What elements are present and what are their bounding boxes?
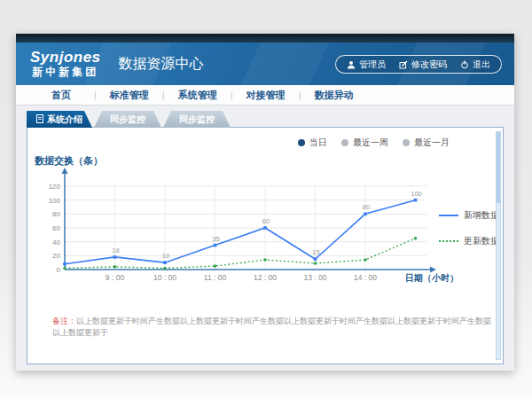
chart-panel: 当日 最近一周 最近一月 数据交换（条） 0204060801001209 : … xyxy=(27,127,504,364)
svg-text:80: 80 xyxy=(52,210,60,218)
svg-text:80: 80 xyxy=(363,203,370,211)
svg-text:14 : 00: 14 : 00 xyxy=(354,273,377,282)
svg-text:100: 100 xyxy=(411,190,422,198)
svg-text:13 : 00: 13 : 00 xyxy=(304,273,327,282)
radio-icon xyxy=(298,139,305,146)
svg-text:60: 60 xyxy=(262,217,270,225)
tab-sync-monitor-1[interactable]: 同步监控 xyxy=(94,111,161,128)
radio-icon xyxy=(341,139,348,146)
svg-text:18: 18 xyxy=(112,246,119,254)
line-chart: 0204060801001209 : 0010 : 0011 : 0012 : … xyxy=(35,165,460,298)
footnote-prefix: 备注： xyxy=(52,317,76,325)
window-top-strip xyxy=(16,34,514,43)
svg-text:10: 10 xyxy=(162,252,169,260)
scrollbar-thumb[interactable] xyxy=(497,132,500,203)
nav-item-data-changes[interactable]: 数据异动 xyxy=(301,89,366,102)
change-password-button[interactable]: 修改密码 xyxy=(399,59,447,71)
legend-item-new-data: 新增数据 xyxy=(439,209,499,222)
filter-today[interactable]: 当日 xyxy=(298,137,327,149)
svg-text:60: 60 xyxy=(52,224,60,232)
svg-text:9 : 00: 9 : 00 xyxy=(106,273,125,282)
tab-label: 同步监控 xyxy=(179,113,215,126)
app-window: Synjones 新中新集团 数据资源中心 管理员 修改密码 退出 xyxy=(16,34,514,371)
legend-line-sample xyxy=(439,215,458,216)
svg-text:日期（小时）: 日期（小时） xyxy=(405,273,458,283)
main-nav: 首页 | 标准管理 | 系统管理 | 对接管理 | 数据异动 xyxy=(16,85,514,106)
brand-company: 新中新集团 xyxy=(30,66,101,78)
svg-text:12 : 00: 12 : 00 xyxy=(254,273,277,282)
tab-system-intro[interactable]: 系统介绍 xyxy=(27,111,92,128)
nav-item-home[interactable]: 首页 xyxy=(28,89,94,102)
current-user[interactable]: 管理员 xyxy=(347,59,386,71)
filter-last-month[interactable]: 最近一月 xyxy=(403,137,450,149)
legend-line-sample xyxy=(439,240,458,242)
tab-label: 系统介绍 xyxy=(47,113,82,126)
brand-logo: Synjones 新中新集团 xyxy=(30,50,101,78)
svg-text:15: 15 xyxy=(312,248,319,256)
app-header: Synjones 新中新集团 数据资源中心 管理员 修改密码 退出 xyxy=(16,43,514,85)
footnote: 备注：以上数据更新于时间产生数据以上数据更新于时间产生数据以上数据更新于时间产生… xyxy=(52,316,497,338)
nav-item-standards[interactable]: 标准管理 xyxy=(97,89,162,102)
edit-icon xyxy=(399,60,408,69)
user-toolbar: 管理员 修改密码 退出 xyxy=(335,55,502,74)
content-area: 系统介绍 同步监控 同步监控 当日 最近一周 xyxy=(16,106,514,371)
radio-icon xyxy=(403,139,410,146)
svg-text:40: 40 xyxy=(52,239,60,246)
legend-label: 更新数据 xyxy=(464,235,499,247)
logout-label: 退出 xyxy=(473,59,490,71)
filter-last-week[interactable]: 最近一周 xyxy=(341,137,388,149)
filter-label: 最近一周 xyxy=(353,137,388,149)
user-icon xyxy=(347,60,356,69)
svg-text:35: 35 xyxy=(212,235,219,243)
filter-label: 当日 xyxy=(309,137,327,149)
svg-text:120: 120 xyxy=(49,183,61,191)
nav-item-integration[interactable]: 对接管理 xyxy=(233,89,299,102)
legend-item-update-data: 更新数据 xyxy=(439,235,499,247)
tab-label: 同步监控 xyxy=(110,113,145,126)
tab-bar: 系统介绍 同步监控 同步监控 xyxy=(27,111,231,128)
legend-label: 新增数据 xyxy=(464,209,499,222)
page-title: 数据资源中心 xyxy=(119,55,204,74)
footnote-text: 以上数据更新于时间产生数据以上数据更新于时间产生数据以上数据更新于时间产生数据以… xyxy=(52,317,491,337)
svg-text:100: 100 xyxy=(49,197,61,205)
tab-sync-monitor-2[interactable]: 同步监控 xyxy=(163,111,231,128)
svg-text:20: 20 xyxy=(52,252,60,260)
filter-label: 最近一月 xyxy=(414,137,450,149)
svg-text:11 : 00: 11 : 00 xyxy=(204,273,227,282)
document-icon xyxy=(36,114,43,125)
brand-name: Synjones xyxy=(30,50,101,66)
power-icon xyxy=(460,60,469,69)
svg-text:10 : 00: 10 : 00 xyxy=(153,273,176,282)
svg-text:0: 0 xyxy=(57,266,61,274)
change-password-label: 修改密码 xyxy=(411,59,447,71)
user-name-label: 管理员 xyxy=(359,59,386,71)
nav-item-system[interactable]: 系统管理 xyxy=(165,89,231,102)
chart-legend: 新增数据 更新数据 xyxy=(439,209,499,261)
time-range-filter: 当日 最近一周 最近一月 xyxy=(298,137,450,149)
logout-button[interactable]: 退出 xyxy=(460,59,490,71)
